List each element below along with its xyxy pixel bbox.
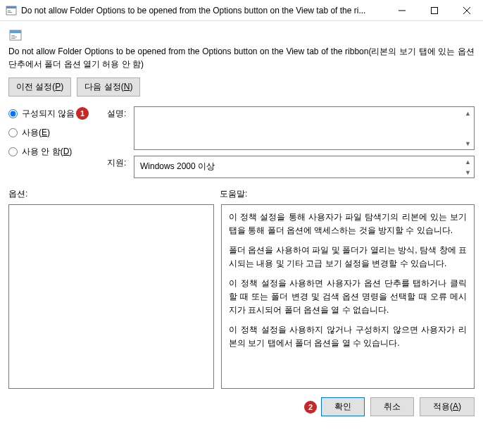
svg-rect-1 <box>6 6 16 8</box>
svg-rect-9 <box>10 30 21 33</box>
svg-rect-3 <box>8 12 12 13</box>
help-p3: 이 정책 설정을 사용하면 사용자가 옵션 단추를 탭하거나 클릭할 때 또는 … <box>229 277 467 316</box>
comment-box[interactable]: ▲ ▼ <box>134 106 475 150</box>
annotation-marker-1: 1 <box>76 107 89 120</box>
maximize-button[interactable] <box>418 0 451 21</box>
radio-enabled[interactable]: 사용(E) <box>8 127 93 139</box>
svg-rect-5 <box>432 7 438 13</box>
app-icon <box>6 5 17 16</box>
radio-disabled-input[interactable] <box>8 147 18 156</box>
comment-label: 설명: <box>107 106 128 150</box>
help-p2: 폴더 옵션을 사용하여 파일 및 폴더가 열리는 방식, 탐색 창에 표시되는 … <box>229 244 467 270</box>
support-label: 지원: <box>107 156 128 178</box>
scroll-down-icon[interactable]: ▼ <box>462 137 474 149</box>
radio-disabled[interactable]: 사용 안 함(D) <box>8 146 93 158</box>
titlebar-text: Do not allow Folder Options to be opened… <box>21 6 386 15</box>
svg-rect-12 <box>11 38 15 39</box>
cancel-button[interactable]: 취소 <box>370 397 414 416</box>
help-p4: 이 정책 설정을 사용하지 않거나 구성하지 않으면 사용자가 리본의 보기 탭… <box>229 323 467 349</box>
next-setting-button[interactable]: 다음 설정(N) <box>77 77 140 97</box>
radio-not-configured-input[interactable] <box>8 109 18 118</box>
page-icon <box>8 28 23 42</box>
radio-disabled-label: 사용 안 함(D) <box>22 146 72 158</box>
scroll-up-icon[interactable]: ▲ <box>462 107 474 119</box>
close-button[interactable] <box>451 0 483 21</box>
radio-enabled-label: 사용(E) <box>22 127 50 139</box>
apply-button[interactable]: 적용(A) <box>420 397 475 416</box>
radio-not-configured-label: 구성되지 않음 <box>22 108 75 120</box>
svg-rect-11 <box>11 37 17 37</box>
help-panel: 이 정책 설정을 통해 사용자가 파일 탐색기의 리본에 있는 보기 탭을 통해… <box>221 204 475 389</box>
support-text: Windows 2000 이상 <box>140 161 215 171</box>
ok-button[interactable]: 확인 <box>321 397 365 416</box>
radio-not-configured[interactable]: 구성되지 않음 1 <box>8 108 93 120</box>
radio-enabled-input[interactable] <box>8 128 18 137</box>
support-box: Windows 2000 이상 ▲ ▼ <box>134 156 475 178</box>
annotation-marker-2: 2 <box>304 401 317 413</box>
help-p1: 이 정책 설정을 통해 사용자가 파일 탐색기의 리본에 있는 보기 탭을 통해… <box>229 211 467 237</box>
minimize-button[interactable] <box>386 0 418 21</box>
page-title: Do not allow Folder Options to be opened… <box>8 45 475 70</box>
scroll-down-icon[interactable]: ▼ <box>462 167 474 178</box>
titlebar: Do not allow Folder Options to be opened… <box>0 0 483 21</box>
scroll-up-icon[interactable]: ▲ <box>462 156 474 167</box>
svg-rect-10 <box>11 35 15 36</box>
prev-setting-button[interactable]: 이전 설정(P) <box>8 77 71 97</box>
options-panel <box>8 204 214 389</box>
options-label: 옵션: <box>8 188 220 200</box>
help-label: 도움말: <box>220 188 247 200</box>
svg-rect-2 <box>8 11 11 11</box>
